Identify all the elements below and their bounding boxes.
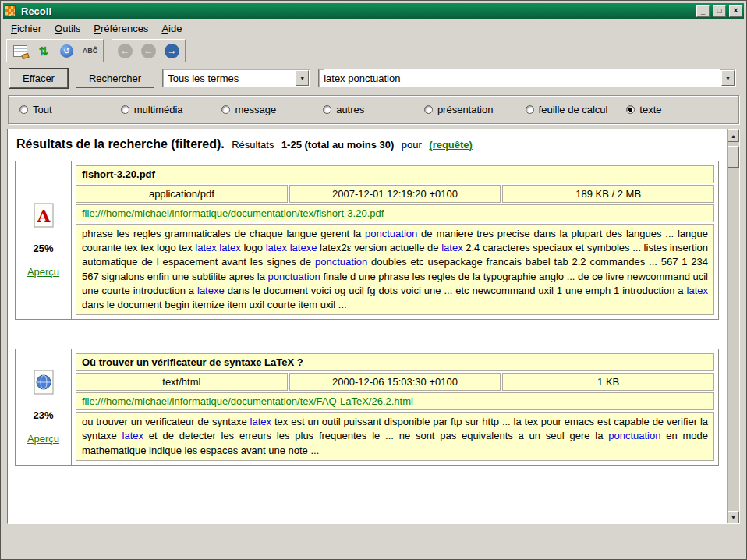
result-side-panel: 23% Aperçu <box>16 349 72 465</box>
result-abstract: ou trouver un verificateur de syntaxe la… <box>76 412 714 461</box>
radio-icon <box>424 105 433 114</box>
toolbar-group-main: ⇅ ↺ ABĈ <box>6 39 104 62</box>
maximize-button[interactable]: □ <box>713 5 726 17</box>
first-page-button[interactable]: ← <box>115 41 136 60</box>
radio-icon <box>121 105 129 114</box>
menu-aide[interactable]: Aide <box>161 23 182 34</box>
back-to-results-button[interactable]: ↺ <box>56 41 77 60</box>
sort-arrows-icon: ⇅ <box>38 45 48 57</box>
term-explorer-icon: ABĈ <box>83 47 98 55</box>
back-sphere-icon: ↺ <box>60 44 73 58</box>
clear-button[interactable]: Effacer <box>9 69 68 88</box>
html-icon <box>32 370 55 398</box>
svg-text:A: A <box>37 206 51 225</box>
search-input[interactable] <box>324 69 720 87</box>
result-url-link[interactable]: file:///home/michael/informatique/docume… <box>82 207 384 219</box>
toolbar: ⇅ ↺ ABĈ ← ← → <box>3 37 744 64</box>
filter-autres[interactable]: autres <box>323 104 424 115</box>
radio-icon <box>323 105 331 114</box>
scrollbar-thumb[interactable] <box>728 146 739 168</box>
query-combo[interactable]: ▼ <box>318 69 736 87</box>
clear-search-icon <box>13 45 27 57</box>
search-button[interactable]: Rechercher <box>76 69 154 88</box>
result-size: 189 KB / 2 MB <box>502 185 714 203</box>
relevance-score: 25% <box>33 243 53 254</box>
scrollbar-track[interactable] <box>728 142 739 511</box>
filter-label: message <box>235 104 276 115</box>
filter-label: multimédia <box>134 104 183 115</box>
result-title: flshort-3.20.pdf <box>76 165 714 183</box>
result-item-1: A 25% Aperçu flshort-3.20.pdf applicatio… <box>15 161 719 320</box>
result-abstract: phrase les regles grammaticales de chaqu… <box>76 224 714 315</box>
result-side-panel: A 25% Aperçu <box>16 161 72 319</box>
dropdown-arrow-icon[interactable]: ▼ <box>296 70 309 86</box>
eraser-icon <box>21 52 29 58</box>
filter-label: Tout <box>33 104 52 115</box>
next-page-icon: → <box>165 44 179 58</box>
filter-label: autres <box>336 104 364 115</box>
search-mode-value: Tous les termes <box>168 73 239 84</box>
filter-multimedia[interactable]: multimédia <box>121 104 222 115</box>
results-title: Résultats de la recherche (filtered). <box>16 137 225 151</box>
results-count-prefix: Résultats <box>232 139 274 151</box>
result-mime: text/html <box>76 373 288 391</box>
results-scrollbar[interactable]: ▲ ▼ <box>727 129 739 523</box>
close-button[interactable]: × <box>729 5 742 17</box>
sort-by-dates-button[interactable]: ⇅ <box>33 41 54 60</box>
first-page-icon: ← <box>118 44 133 58</box>
preview-link[interactable]: Aperçu <box>27 433 59 445</box>
result-spacer <box>15 320 720 349</box>
filter-label: feuille de calcul <box>539 104 608 115</box>
filter-tout[interactable]: Tout <box>19 104 121 115</box>
result-mime: application/pdf <box>76 185 288 203</box>
radio-icon <box>19 105 28 114</box>
result-item-2: 23% Aperçu Où trouver un vérificateur de… <box>15 349 719 466</box>
result-detail: flshort-3.20.pdf application/pdf 2007-12… <box>72 161 718 319</box>
titlebar[interactable]: Recoll _ □ × <box>3 3 744 19</box>
filter-message[interactable]: message <box>221 104 323 115</box>
result-date: 2000-12-06 15:03:30 +0100 <box>289 373 501 391</box>
query-history-arrow-icon[interactable]: ▼ <box>721 70 735 86</box>
menu-preferences[interactable]: Préférences <box>94 23 148 34</box>
result-size: 1 KB <box>502 373 714 391</box>
term-explorer-button[interactable]: ABĈ <box>80 41 101 60</box>
filter-feuille-de-calcul[interactable]: feuille de calcul <box>526 104 627 115</box>
search-mode-select[interactable]: Tous les termes ▼ <box>162 69 310 87</box>
results-header: Résultats de la recherche (filtered). Ré… <box>16 137 720 151</box>
menubar: Fichier Outils Préférences Aide <box>3 19 744 37</box>
filter-presentation[interactable]: présentation <box>424 104 526 115</box>
recoll-window: Recoll _ □ × Fichier Outils Préférences … <box>0 0 747 560</box>
category-filterbar: Tout multimédia message autres présentat… <box>8 95 739 124</box>
results-range: 1-25 (total au moins 30) <box>281 139 394 151</box>
filter-label: texte <box>639 104 661 115</box>
bottom-spacer <box>3 524 744 557</box>
app-icon <box>5 5 16 16</box>
preview-link[interactable]: Aperçu <box>27 266 59 278</box>
menu-fichier[interactable]: Fichier <box>11 23 41 34</box>
filter-label: présentation <box>437 104 494 115</box>
result-detail: Où trouver un vérificateur de syntaxe La… <box>72 349 718 465</box>
radio-icon <box>221 105 230 114</box>
radio-icon <box>526 105 534 114</box>
scroll-up-button[interactable]: ▲ <box>728 129 739 142</box>
searchbar: Effacer Rechercher Tous les termes ▼ ▼ <box>3 64 744 92</box>
filter-texte[interactable]: texte <box>626 104 728 115</box>
result-title: Où trouver un vérificateur de syntaxe La… <box>76 353 714 371</box>
result-url-link[interactable]: file:///home/michael/informatique/docume… <box>82 395 413 407</box>
radio-icon <box>626 105 635 114</box>
results-list: Résultats de la recherche (filtered). Ré… <box>8 129 727 523</box>
minimize-button[interactable]: _ <box>696 5 710 17</box>
clear-search-button[interactable] <box>9 41 30 60</box>
previous-page-icon: ← <box>141 44 156 58</box>
previous-page-button[interactable]: ← <box>138 41 159 60</box>
query-link[interactable]: (requête) <box>429 139 473 151</box>
results-area: Résultats de la recherche (filtered). Ré… <box>7 129 740 524</box>
next-page-button[interactable]: → <box>161 41 182 60</box>
results-pour: pour <box>402 139 422 151</box>
menu-outils[interactable]: Outils <box>55 23 80 34</box>
window-title: Recoll <box>19 5 693 17</box>
result-date: 2007-12-01 12:19:20 +0100 <box>289 185 501 203</box>
toolbar-group-nav: ← ← → <box>112 39 186 62</box>
scroll-down-button[interactable]: ▼ <box>728 511 739 523</box>
pdf-icon: A <box>32 203 55 231</box>
